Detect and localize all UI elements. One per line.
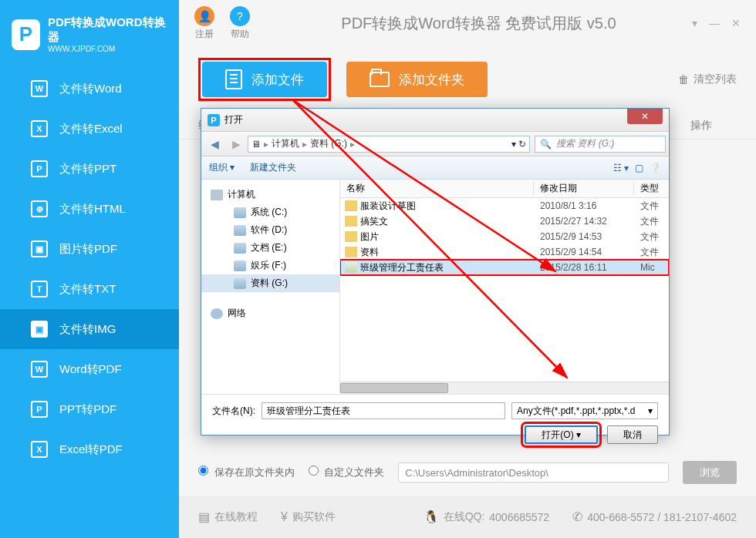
new-folder-button[interactable]: 新建文件夹: [250, 161, 296, 174]
file-row[interactable]: 服装设计草图2010/8/1 3:16文件: [340, 198, 669, 214]
folder-icon: [345, 231, 357, 242]
file-list-header: 名称 修改日期 类型: [340, 180, 669, 198]
custom-folder-option[interactable]: 自定义文件夹: [309, 466, 385, 479]
output-options: 保存在原文件夹内 自定义文件夹 浏览: [198, 461, 737, 484]
folder-icon: [345, 247, 357, 257]
help-button[interactable]: ? 帮助: [230, 6, 250, 41]
drive-icon: [234, 243, 246, 254]
drive-icon: [234, 225, 246, 236]
dialog-footer: 文件名(N): Any文件(*.pdf,*.ppt,*.pptx,*.d▾ 打开…: [201, 394, 669, 452]
sidebar: P PDF转换成WORD转换器 WWW.XJPDF.COM W文件转WordX文…: [0, 0, 179, 538]
col-type-header[interactable]: 类型: [634, 182, 669, 195]
file-row[interactable]: 搞笑文2015/2/27 14:32文件: [340, 214, 669, 229]
menu-icon: P: [31, 160, 48, 177]
tree-item[interactable]: 娱乐 (F:): [201, 257, 339, 274]
drive-icon: [234, 207, 246, 218]
search-input[interactable]: 🔍 搜索 资料 (G:): [535, 136, 666, 153]
sidebar-item-2[interactable]: P文件转PPT: [0, 149, 179, 189]
tree-item[interactable]: 软件 (D:): [201, 221, 339, 239]
preview-pane-button[interactable]: ▢: [635, 163, 643, 173]
col-date-header[interactable]: 修改日期: [534, 182, 634, 195]
folder-tree: 计算机系统 (C:)软件 (D:)文档 (E:)娱乐 (F:)资料 (G:)网络: [201, 180, 340, 394]
sidebar-item-6[interactable]: ▣文件转IMG: [0, 309, 179, 349]
help-icon: ?: [230, 6, 250, 26]
menu-label: 文件转HTML: [59, 202, 126, 217]
tree-item[interactable]: 资料 (G:): [201, 274, 339, 292]
buy-link[interactable]: ¥购买软件: [281, 510, 336, 524]
menu-icon: T: [31, 281, 48, 298]
file-row[interactable]: 班级管理分工责任表2015/2/28 16:11Mic: [340, 260, 669, 275]
app-title: PDF转换成Word转换器 免费试用版 v5.0: [265, 13, 692, 34]
tree-item[interactable]: 文档 (E:): [201, 239, 339, 257]
tree-item[interactable]: 系统 (C:): [201, 203, 339, 221]
menu-icon: ▣: [31, 321, 48, 338]
clear-list-button[interactable]: 🗑 清空列表: [678, 72, 737, 86]
col-ops: 操作: [690, 119, 737, 133]
folder-icon: [370, 72, 390, 87]
dialog-title: 打开: [224, 113, 243, 126]
menu-icon: W: [31, 361, 48, 378]
browse-button[interactable]: 浏览: [683, 461, 737, 484]
dropdown-icon[interactable]: ▾: [692, 17, 697, 29]
sidebar-item-4[interactable]: ▣图片转PDF: [0, 229, 179, 269]
search-icon: 🔍: [540, 139, 552, 150]
cancel-button[interactable]: 取消: [607, 425, 658, 444]
close-icon[interactable]: ✕: [731, 17, 741, 29]
file-list: 名称 修改日期 类型 服装设计草图2010/8/1 3:16文件搞笑文2015/…: [340, 180, 669, 394]
add-file-button[interactable]: 添加文件: [202, 62, 327, 97]
save-original-option[interactable]: 保存在原文件夹内: [198, 466, 295, 479]
phone-contact[interactable]: ✆400-668-5572 / 181-2107-4602: [572, 509, 737, 524]
organize-menu[interactable]: 组织 ▾: [209, 161, 235, 174]
path-breadcrumb[interactable]: 🖥▸ 计算机▸ 资料 (G:)▸ ▾ ↻: [248, 136, 530, 153]
trash-icon: 🗑: [678, 73, 689, 86]
col-name-header[interactable]: 名称: [340, 182, 534, 195]
help-button[interactable]: ❔: [650, 163, 661, 173]
menu-label: Word转PDF: [59, 362, 122, 377]
sidebar-item-1[interactable]: X文件转Excel: [0, 109, 179, 149]
comp-icon: [211, 190, 223, 200]
sidebar-item-7[interactable]: WWord转PDF: [0, 349, 179, 389]
menu-icon: P: [31, 401, 48, 418]
dialog-close-button[interactable]: ✕: [627, 109, 663, 124]
file-row[interactable]: 图片2015/2/9 14:53文件: [340, 229, 669, 244]
sidebar-item-9[interactable]: XExcel转PDF: [0, 429, 179, 469]
file-row[interactable]: 资料2015/2/9 14:54文件: [340, 244, 669, 260]
horizontal-scrollbar[interactable]: [340, 382, 669, 394]
sidebar-item-8[interactable]: PPPT转PDF: [0, 389, 179, 429]
add-folder-button[interactable]: 添加文件夹: [346, 62, 488, 97]
menu-icon: X: [31, 120, 48, 137]
menu-label: 文件转IMG: [59, 322, 116, 337]
nav-forward-button[interactable]: ▶: [226, 135, 246, 153]
minimize-icon[interactable]: —: [709, 17, 720, 29]
dialog-nav: ◀ ▶ 🖥▸ 计算机▸ 资料 (G:)▸ ▾ ↻ 🔍 搜索 资料 (G:): [201, 132, 669, 156]
phone-icon: ✆: [572, 509, 582, 524]
logo-area: P PDF转换成WORD转换器 WWW.XJPDF.COM: [0, 0, 179, 69]
register-button[interactable]: 👤 注册: [194, 6, 214, 41]
menu-icon: W: [31, 80, 48, 97]
sidebar-item-5[interactable]: T文件转TXT: [0, 269, 179, 309]
nav-back-button[interactable]: ◀: [204, 135, 224, 153]
qq-contact[interactable]: 🐧在线QQ:4006685572: [424, 509, 550, 524]
file-open-dialog: P 打开 ✕ ◀ ▶ 🖥▸ 计算机▸ 资料 (G:)▸ ▾ ↻ 🔍 搜索 资料 …: [201, 108, 670, 435]
menu-label: 文件转PPT: [59, 162, 116, 177]
view-mode-button[interactable]: ☷ ▾: [613, 163, 629, 173]
menu-label: 图片转PDF: [59, 242, 117, 257]
tree-item[interactable]: 网络: [201, 304, 339, 322]
file-filter-select[interactable]: Any文件(*.pdf,*.ppt,*.pptx,*.d▾: [511, 402, 658, 419]
menu-label: Excel转PDF: [59, 442, 123, 457]
action-bar: 添加文件 添加文件夹 🗑 清空列表: [179, 46, 756, 113]
tutorial-link[interactable]: ▤在线教程: [198, 509, 258, 524]
user-icon: 👤: [194, 6, 214, 26]
sidebar-item-0[interactable]: W文件转Word: [0, 69, 179, 109]
open-button[interactable]: 打开(O) ▾: [525, 425, 598, 444]
footer: ▤在线教程 ¥购买软件 🐧在线QQ:4006685572 ✆400-668-55…: [179, 496, 756, 538]
sidebar-item-3[interactable]: ⊕文件转HTML: [0, 189, 179, 229]
qq-icon: 🐧: [424, 509, 439, 524]
file-icon: [345, 262, 357, 273]
logo-subtitle: WWW.XJPDF.COM: [48, 45, 167, 53]
output-path-input[interactable]: [398, 462, 669, 483]
dialog-toolbar: 组织 ▾ 新建文件夹 ☷ ▾ ▢ ❔: [201, 156, 669, 180]
filename-input[interactable]: [262, 402, 505, 419]
tree-item[interactable]: 计算机: [201, 186, 339, 203]
menu-label: 文件转Excel: [59, 122, 123, 136]
